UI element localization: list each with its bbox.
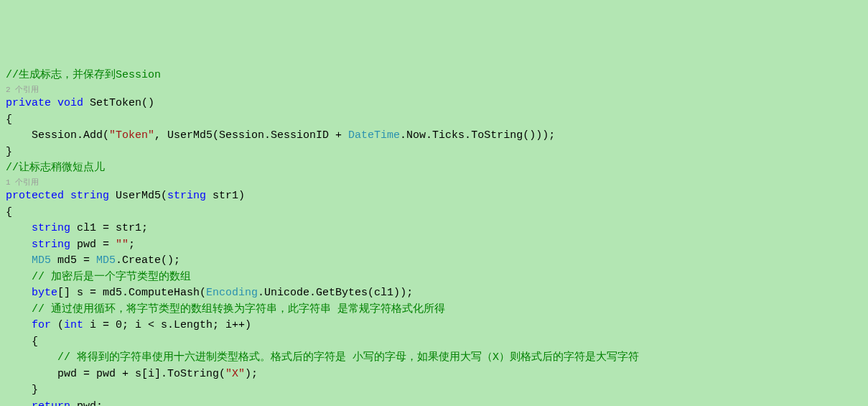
code-line: //让标志稍微短点儿 bbox=[6, 160, 862, 177]
code-line: { bbox=[6, 112, 862, 129]
code-line: // 通过使用循环，将字节类型的数组转换为字符串，此字符串 是常规字符格式化所得 bbox=[6, 302, 862, 318]
comment: // 将得到的字符串使用十六进制类型格式。格式后的字符是 小写的字母，如果使用大… bbox=[6, 351, 639, 364]
string-literal: "" bbox=[116, 239, 129, 251]
code-line: // 将得到的字符串使用十六进制类型格式。格式后的字符是 小写的字母，如果使用大… bbox=[6, 350, 862, 366]
code-line: string pwd = ""; bbox=[6, 237, 862, 254]
keyword: for bbox=[32, 319, 51, 331]
code-line: MD5 md5 = MD5.Create(); bbox=[6, 253, 862, 269]
code-line: string cl1 = str1; bbox=[6, 221, 862, 237]
code-line: } bbox=[6, 144, 862, 161]
comment: // 加密后是一个字节类型的数组 bbox=[6, 271, 191, 283]
code-line: Session.Add("Token", UserMd5(Session.Ses… bbox=[6, 128, 862, 144]
code-line: return pwd; bbox=[6, 399, 862, 407]
code-line: { bbox=[6, 334, 862, 351]
method-name: UserMd5( bbox=[109, 190, 167, 202]
keyword: string bbox=[70, 190, 109, 202]
comment: // 通过使用循环，将字节类型的数组转换为字符串，此字符串 是常规字符格式化所得 bbox=[6, 303, 445, 315]
keyword: void bbox=[57, 97, 83, 109]
type-name: Encoding bbox=[206, 287, 258, 299]
code-line: //生成标志，并保存到Session bbox=[6, 68, 862, 84]
code-line: pwd = pwd + s[i].ToString("X"); bbox=[6, 366, 862, 383]
string-literal: "Token" bbox=[109, 129, 154, 142]
keyword: protected bbox=[6, 190, 64, 202]
comment: //让标志稍微短点儿 bbox=[6, 162, 105, 174]
reference-count[interactable]: 2 个引用 bbox=[6, 84, 862, 96]
code-line: for (int i = 0; i < s.Length; i++) bbox=[6, 318, 862, 334]
type-name: MD5 bbox=[32, 254, 51, 267]
code-line: { bbox=[6, 205, 862, 221]
code-line: // 加密后是一个字节类型的数组 bbox=[6, 269, 862, 286]
reference-count[interactable]: 1 个引用 bbox=[6, 177, 862, 189]
keyword: private bbox=[6, 97, 51, 109]
code-line: } bbox=[6, 382, 862, 399]
type-name: DateTime bbox=[348, 129, 400, 142]
comment: //生成标志，并保存到Session bbox=[6, 69, 161, 81]
keyword: string bbox=[32, 222, 70, 234]
code-line: private void SetToken() bbox=[6, 96, 862, 112]
type-name: MD5 bbox=[96, 254, 116, 267]
code-line: protected string UserMd5(string str1) bbox=[6, 188, 862, 205]
string-literal: "X" bbox=[225, 368, 245, 380]
code-editor[interactable]: //生成标志，并保存到Session2 个引用private void SetT… bbox=[6, 68, 862, 406]
keyword: int bbox=[64, 319, 83, 331]
code-line: byte[] s = md5.ComputeHash(Encoding.Unic… bbox=[6, 285, 862, 302]
method-name: SetToken() bbox=[83, 97, 154, 109]
keyword: string bbox=[32, 239, 70, 251]
keyword: byte bbox=[32, 287, 57, 299]
keyword: return bbox=[32, 400, 70, 407]
keyword: string bbox=[167, 190, 206, 202]
